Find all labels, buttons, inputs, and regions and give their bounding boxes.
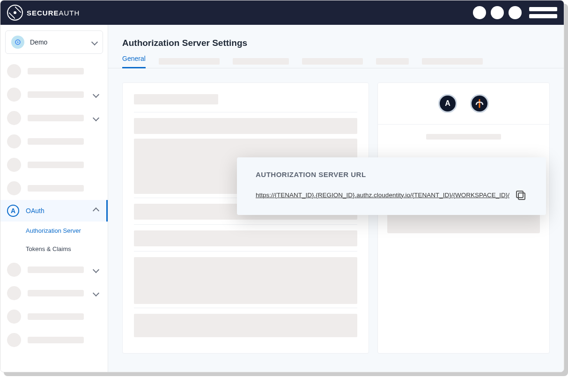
header-placeholder-circle[interactable] [509,6,522,19]
sidebar-item-placeholder[interactable] [0,106,108,130]
authorization-url-callout: AUTHORIZATION SERVER URL https://{TENANT… [237,157,546,215]
card-title-placeholder [134,94,218,104]
openid-badge-icon [470,94,489,113]
sidebar-item-placeholder[interactable] [0,305,108,328]
nav-label-placeholder [28,290,84,296]
copy-icon[interactable] [516,191,524,199]
content-row: A [108,68,564,368]
brand-logo-icon [7,5,23,21]
authorization-server-url: https://{TENANT_ID}.{REGION_ID}.authz.cl… [256,192,509,199]
sidebar-item-label: OAuth [26,207,44,214]
chevron-down-icon [94,114,98,122]
field-placeholder [134,257,357,304]
brand-text: SECUREAUTH [27,9,80,17]
tabs: General [108,48,564,68]
settings-card [122,82,369,354]
nav-label-placeholder [28,337,84,343]
sidebar-item-placeholder[interactable] [0,130,108,153]
nav-label-placeholder [28,138,84,145]
chevron-up-icon [94,207,98,214]
sidebar-item-oauth[interactable]: A OAuth [0,200,108,222]
tab-placeholder[interactable] [159,58,220,65]
nav-icon-placeholder [7,134,21,148]
divider [134,251,357,251]
sidebar-item-placeholder[interactable] [0,328,108,352]
sidebar-item-placeholder[interactable] [0,281,108,305]
nav-icon-placeholder [7,263,21,277]
sidebar: Demo [0,25,108,372]
nav-label-placeholder [28,115,84,121]
tab-placeholder[interactable] [302,58,363,65]
sidebar-item-placeholder[interactable] [0,59,108,83]
nav-label-placeholder [28,185,84,192]
sidebar-item-placeholder[interactable] [0,258,108,281]
field-placeholder [134,314,357,337]
divider [134,112,357,112]
protocol-badges: A [378,83,549,125]
sidebar-subitem-label: Tokens & Claims [26,245,71,252]
tab-label: General [122,55,146,62]
app-shell: SECUREAUTH Demo [0,0,564,372]
sidebar-subitem-authorization-server[interactable]: Authorization Server [0,222,108,240]
workspace-label: Demo [30,38,47,46]
sidebar-item-placeholder[interactable] [0,177,108,200]
callout-url-row: https://{TENANT_ID}.{REGION_ID}.authz.cl… [256,191,531,199]
chevron-down-icon [94,266,98,274]
nav-label-placeholder [28,68,84,74]
brand-name-bold: SECURE [27,9,59,17]
nav-icon-placeholder [7,64,21,78]
header-right [473,6,557,19]
field-placeholder [134,230,357,246]
oauth-badge-icon: A [438,94,457,113]
tab-placeholder[interactable] [376,58,409,65]
nav-label-placeholder [28,266,84,273]
chevron-down-icon [94,289,98,297]
tab-placeholder[interactable] [233,58,289,65]
sidebar-subitem-label: Authorization Server [26,227,81,234]
brand-name-light: AUTH [59,9,80,17]
header-placeholder-circle[interactable] [473,6,486,19]
sidebar-subitem-tokens-claims[interactable]: Tokens & Claims [0,240,108,258]
nav-icon-placeholder [7,88,21,102]
workspace-icon [11,36,24,49]
callout-title: AUTHORIZATION SERVER URL [256,170,531,178]
nav-icon-placeholder [7,158,21,172]
nav-icon-placeholder [7,181,21,195]
nav-label-placeholder [28,313,84,320]
chevron-down-icon [94,91,98,98]
top-header: SECUREAUTH [0,0,564,25]
nav-icon-placeholder [7,333,21,347]
oauth-icon: A [7,205,19,217]
divider [134,224,357,225]
workspace-selector[interactable]: Demo [5,30,103,54]
badge-letter: A [445,99,450,108]
sidebar-item-placeholder[interactable] [0,153,108,177]
nav-icon-placeholder [7,286,21,300]
page-title: Authorization Server Settings [108,25,564,48]
nav-label-placeholder [28,162,84,168]
sidebar-item-placeholder[interactable] [0,83,108,106]
nav-icon-placeholder [7,111,21,125]
field-placeholder [134,118,357,134]
nav-icon-placeholder [7,310,21,324]
nav-label-placeholder [28,91,84,98]
chevron-down-icon [92,38,97,46]
info-card: A [377,82,550,354]
brand: SECUREAUTH [7,5,80,21]
divider [134,308,357,308]
svg-marker-1 [17,41,19,43]
info-label-placeholder [426,134,501,140]
header-placeholder-bars[interactable] [529,7,557,18]
tab-general[interactable]: General [122,55,146,68]
tab-placeholder[interactable] [422,58,483,65]
header-placeholder-circle[interactable] [491,6,504,19]
